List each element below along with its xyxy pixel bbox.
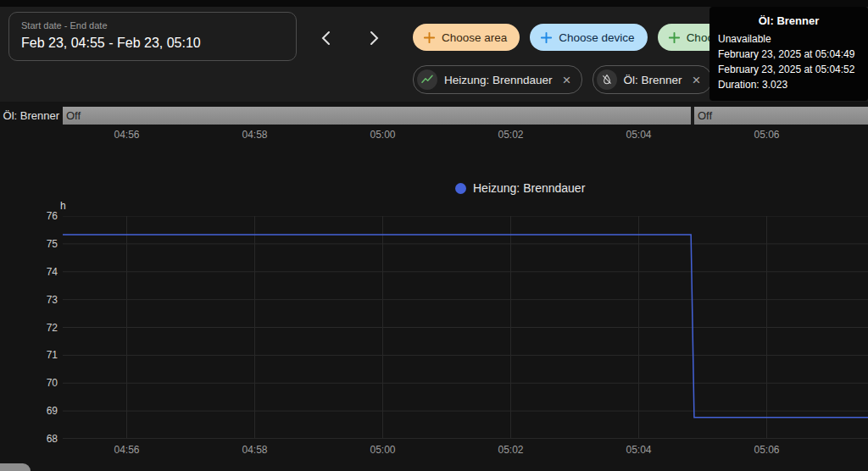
- active-filter-row: Heizung: Brenndauer × Öl: Brenner ×: [413, 65, 712, 94]
- date-range-picker[interactable]: Start date - End date Feb 23, 04:55 - Fe…: [8, 12, 297, 61]
- series-line: [63, 235, 868, 418]
- x-tick-label: 04:58: [229, 129, 280, 141]
- chevron-right-icon: [364, 28, 384, 51]
- scrollbar-thumb[interactable]: [0, 463, 31, 471]
- x-tick-label: 05:02: [485, 129, 536, 141]
- tooltip-start-time: February 23, 2025 at 05:04:49: [718, 47, 860, 62]
- y-tick-label: 71: [0, 348, 58, 362]
- x-tick-label: 04:56: [101, 129, 152, 141]
- choose-device-button[interactable]: Choose device: [530, 24, 647, 51]
- x-tick-label: 05:04: [613, 444, 664, 456]
- y-tick-label: 76: [0, 209, 58, 223]
- x-tick-label: 04:56: [101, 444, 152, 456]
- remove-filter-icon[interactable]: ×: [689, 73, 704, 87]
- y-tick-label: 69: [0, 404, 58, 418]
- x-tick-label: 05:00: [357, 129, 408, 141]
- timeline-axis: 04:5604:5805:0005:0205:0405:06: [0, 129, 868, 142]
- chart-x-axis: 04:5604:5805:0005:0205:0405:06: [0, 444, 868, 457]
- choose-device-label: Choose device: [559, 31, 634, 44]
- plus-icon: [422, 30, 437, 45]
- tooltip-end-time: February 23, 2025 at 05:04:52: [718, 62, 860, 77]
- legend-label: Heizung: Brenndauer: [473, 181, 585, 195]
- tooltip-title: Öl: Brenner: [718, 14, 860, 27]
- filter-chip-heizung-brenndauer[interactable]: Heizung: Brenndauer ×: [413, 65, 582, 94]
- chart-canvas: [63, 216, 868, 439]
- remove-filter-icon[interactable]: ×: [559, 73, 575, 87]
- history-page: Start date - End date Feb 23, 04:55 - Fe…: [0, 0, 868, 471]
- filter-chip-oel-brenner[interactable]: Öl: Brenner ×: [593, 65, 712, 94]
- y-tick-label: 74: [0, 265, 58, 279]
- water-off-icon: [597, 69, 617, 90]
- x-tick-label: 05:00: [357, 444, 408, 456]
- state-tooltip: Öl: Brenner Unavailable February 23, 202…: [709, 7, 868, 101]
- y-tick-label: 72: [0, 321, 58, 335]
- filter-chip-label: Heizung: Brenndauer: [444, 74, 553, 86]
- chart-line-icon: [417, 69, 437, 90]
- x-tick-label: 05:06: [741, 444, 792, 456]
- date-range-value: Feb 23, 04:55 - Feb 23, 05:10: [21, 36, 284, 51]
- plus-icon: [667, 30, 682, 45]
- timeline-bar[interactable]: OffOff: [63, 107, 868, 125]
- tooltip-state: Unavailable: [718, 31, 860, 47]
- next-period-button[interactable]: [357, 22, 391, 56]
- timeline-segment-state-label: Off: [694, 109, 712, 122]
- top-edge: [0, 0, 868, 7]
- x-tick-label: 05:04: [613, 129, 664, 141]
- y-tick-label: 73: [0, 293, 58, 307]
- date-range-label: Start date - End date: [21, 20, 284, 30]
- timeline-segment-off[interactable]: Off: [694, 107, 868, 125]
- timeline-segment-state-label: Off: [63, 109, 81, 122]
- plot-area[interactable]: [63, 216, 868, 439]
- timeline-segment-off[interactable]: Off: [63, 107, 691, 125]
- y-tick-label: 70: [0, 376, 58, 390]
- filter-chip-label: Öl: Brenner: [624, 74, 682, 86]
- tooltip-duration: Duration: 3.023: [718, 77, 860, 92]
- legend-dot-icon: [455, 183, 466, 194]
- choose-area-label: Choose area: [442, 31, 507, 44]
- prev-period-button[interactable]: [309, 22, 343, 56]
- x-tick-label: 05:02: [485, 444, 536, 456]
- x-tick-label: 05:06: [741, 129, 792, 141]
- y-axis-unit: h: [60, 200, 66, 212]
- x-tick-label: 04:58: [229, 444, 280, 456]
- choose-area-button[interactable]: Choose area: [413, 24, 520, 51]
- y-tick-label: 75: [0, 237, 58, 251]
- chart-legend[interactable]: Heizung: Brenndauer: [455, 181, 585, 195]
- timeline-row-label: Öl: Brenner: [0, 109, 59, 122]
- chevron-left-icon: [316, 28, 337, 51]
- plus-icon: [539, 30, 554, 45]
